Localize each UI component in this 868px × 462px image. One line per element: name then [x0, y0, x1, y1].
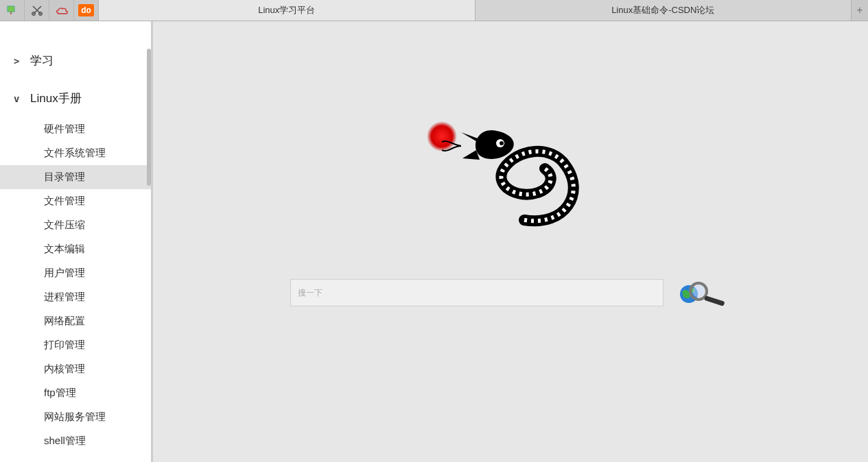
svg-rect-0	[8, 6, 14, 12]
plus-icon: +	[856, 4, 863, 16]
sidebar-item-kernel-mgmt[interactable]: 内核管理	[44, 357, 144, 381]
chevron-right-icon: >	[14, 56, 30, 66]
svg-point-4	[427, 121, 457, 151]
sidebar: > 学习 v Linux手册 硬件管理 文件系统管理 目录管理 文件管理 文件压…	[0, 21, 151, 462]
sidebar-item-directory[interactable]: 目录管理	[0, 165, 151, 189]
browser-bar: do Linux学习平台 Linux基础命令-CSDN论坛 +	[0, 0, 868, 21]
scissors-icon[interactable]	[25, 0, 49, 21]
sidebar-item-user-mgmt[interactable]: 用户管理	[44, 261, 144, 285]
tab-label: Linux基础命令-CSDN论坛	[611, 4, 714, 16]
svg-point-9	[692, 285, 705, 297]
do-badge-icon[interactable]: do	[74, 0, 99, 21]
snake-logo	[414, 110, 607, 250]
sidebar-item-print-mgmt[interactable]: 打印管理	[44, 333, 144, 357]
svg-point-6	[500, 141, 504, 145]
tab-label: Linux学习平台	[258, 4, 315, 16]
sidebar-item-network-config[interactable]: 网络配置	[44, 309, 144, 333]
paint-icon[interactable]	[0, 0, 25, 21]
sidebar-item-hardware[interactable]: 硬件管理	[44, 117, 144, 141]
sidebar-item-file-mgmt[interactable]: 文件管理	[44, 189, 144, 213]
sidebar-item-shell-mgmt[interactable]: shell管理	[44, 429, 144, 453]
section-label: 学习	[30, 53, 54, 69]
sidebar-section-examples[interactable]: > 实例	[0, 453, 151, 462]
cloud-icon[interactable]	[49, 0, 74, 21]
main-panel	[153, 21, 868, 462]
sidebar-item-website-mgmt[interactable]: 网站服务管理	[44, 405, 144, 429]
tab-csdn-forum[interactable]: Linux基础命令-CSDN论坛	[476, 0, 852, 21]
sidebar-section-study[interactable]: > 学习	[0, 42, 151, 80]
search-button[interactable]	[676, 279, 731, 306]
sidebar-item-file-compress[interactable]: 文件压缩	[44, 213, 144, 237]
sidebar-item-ftp-mgmt[interactable]: ftp管理	[44, 381, 144, 405]
svg-rect-1	[10, 12, 12, 14]
sidebar-item-text-edit[interactable]: 文本编辑	[44, 237, 144, 261]
sidebar-section-linux-manual[interactable]: v Linux手册	[0, 80, 151, 117]
chevron-down-icon: v	[14, 93, 30, 104]
section-label: Linux手册	[30, 90, 82, 106]
tab-linux-platform[interactable]: Linux学习平台	[99, 0, 476, 21]
sidebar-item-process-mgmt[interactable]: 进程管理	[44, 285, 144, 309]
svg-rect-10	[704, 295, 725, 306]
new-tab-button[interactable]: +	[852, 0, 868, 21]
sidebar-item-filesystem[interactable]: 文件系统管理	[44, 141, 144, 165]
search-input[interactable]	[290, 279, 664, 306]
